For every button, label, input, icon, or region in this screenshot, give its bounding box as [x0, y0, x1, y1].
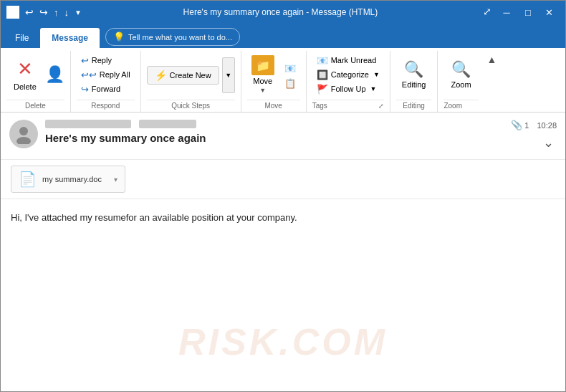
categorize-label: Categorize [331, 70, 369, 79]
categorize-dropdown[interactable]: ▼ [373, 71, 380, 78]
reply-all-label: Reply All [100, 70, 130, 79]
tab-file[interactable]: File [4, 28, 40, 48]
expand-icon[interactable]: ⤢ [479, 4, 495, 20]
window-title: Here's my summary once again - Message (… [183, 7, 378, 17]
quicksteps-content: ⚡ Create New ▼ [147, 51, 235, 100]
svg-point-0 [19, 127, 28, 135]
undo-btn[interactable]: ↩ [25, 6, 34, 18]
tags-group-label: Tags ⤢ [312, 100, 384, 112]
email-subject: Here's my summary once again [45, 132, 504, 144]
reply-all-button[interactable]: ↩↩ Reply All [77, 68, 135, 82]
reply-label: Reply [92, 56, 112, 64]
email-body-text: Hi, I've attached my resumefor an availa… [11, 211, 555, 225]
tab-message[interactable]: Message [40, 28, 100, 48]
tags-group-content: 📧 Mark Unread 🔲 Categorize ▼ 🚩 Follow Up… [312, 51, 384, 100]
tell-me-text: Tell me what you want to do... [128, 33, 232, 42]
email-area: Here's my summary once again 📎 1 10:28 ⌄… [1, 113, 565, 392]
ribbon-group-tags: 📧 Mark Unread 🔲 Categorize ▼ 🚩 Follow Up… [307, 51, 390, 112]
attachment-row: 📄 my summary.doc ▾ [1, 160, 565, 199]
editing-group-label: Editing [396, 100, 432, 112]
editing-group-content: 🔍 Editing [396, 51, 432, 100]
tags-expand-icon[interactable]: ⤢ [378, 102, 384, 110]
mark-unread-label: Mark Unread [331, 56, 377, 64]
mark-unread-button[interactable]: 📧 Mark Unread [312, 54, 384, 67]
attachment-filename: my summary.doc [42, 175, 108, 183]
forward-button[interactable]: ↪ Forward [77, 82, 135, 96]
zoom-button[interactable]: 🔍 Zoom [443, 55, 478, 95]
expand-email-btn[interactable]: ⌄ [540, 133, 557, 152]
redo-btn[interactable]: ↪ [39, 6, 48, 18]
ribbon: ✕ Delete 👤 Delete ↩ Reply ↩↩ Reply All [1, 48, 565, 113]
close-btn[interactable]: ✕ [539, 4, 560, 20]
forward-label: Forward [92, 85, 120, 93]
editing-label: Editing [402, 80, 426, 89]
paperclip-icon: 📎 [511, 120, 522, 130]
create-new-label: Create New [170, 71, 211, 80]
quicksteps-group-label: Quick Steps [147, 100, 235, 112]
respond-btns: ↩ Reply ↩↩ Reply All ↪ Forward [77, 54, 135, 96]
follow-up-label: Follow Up [331, 85, 366, 93]
create-new-button[interactable]: ⚡ Create New [147, 66, 219, 85]
minimize-btn[interactable]: ─ [497, 4, 517, 20]
follow-up-dropdown[interactable]: ▼ [370, 85, 377, 92]
ribbon-group-editing: 🔍 Editing Editing [390, 51, 438, 112]
sender-avatar [9, 120, 38, 148]
delete-button[interactable]: ✕ Delete [6, 55, 44, 94]
down-btn[interactable]: ↓ [64, 7, 69, 18]
up-btn[interactable]: ↑ [54, 7, 59, 18]
move-folder-icon: 📁 [251, 55, 274, 75]
create-new-icon: ⚡ [155, 70, 167, 81]
window-controls: ⤢ ─ □ ✕ [479, 4, 560, 20]
ribbon-group-zoom: 🔍 Zoom Zoom [438, 51, 484, 112]
email-header: Here's my summary once again 📎 1 10:28 ⌄ [1, 113, 565, 160]
move-button[interactable]: 📁 Move ▼ [247, 52, 279, 97]
move-more-btn1[interactable]: 📧 [280, 62, 300, 75]
attachment-badge: 📎 1 10:28 [511, 120, 557, 130]
reply-button[interactable]: ↩ Reply [77, 54, 135, 67]
respond-group-label: Respond [77, 100, 135, 112]
sender-email-blurred [139, 120, 196, 128]
tab-bar: File Message 💡 Tell me what you want to … [1, 24, 565, 48]
envelope-icon: 📧 [284, 63, 296, 74]
ribbon-group-delete: ✕ Delete 👤 Delete [1, 51, 71, 112]
editing-button[interactable]: 🔍 Editing [396, 55, 432, 95]
title-bar: ↩ ↪ ↑ ↓ ▼ Here's my summary once again -… [1, 1, 565, 24]
forward-icon: ↪ [81, 84, 89, 95]
ribbon-collapse-btn[interactable]: ▲ [484, 51, 500, 112]
move-group-content: 📁 Move ▼ 📧 📋 [247, 51, 300, 100]
move-more-btns: 📧 📋 [280, 59, 300, 90]
delete-group-label: Delete [6, 100, 64, 112]
zoom-group-label: Zoom [443, 100, 478, 112]
email-time: 10:28 [537, 121, 557, 130]
ribbon-group-quicksteps: ⚡ Create New ▼ Quick Steps [141, 51, 241, 112]
email-from [45, 120, 504, 130]
save-icon[interactable] [6, 6, 19, 19]
reply-icon: ↩ [81, 55, 89, 66]
maximize-btn[interactable]: □ [518, 4, 538, 20]
delete-label: Delete [14, 82, 37, 91]
attachment-dropdown-icon[interactable]: ▾ [114, 176, 117, 183]
file-doc-icon: 📄 [19, 171, 37, 188]
categorize-button[interactable]: 🔲 Categorize ▼ [312, 68, 384, 82]
note-icon: 📋 [284, 78, 296, 89]
svg-point-1 [16, 137, 31, 144]
follow-up-icon: 🚩 [317, 84, 328, 95]
chevron-down-icon: ▼ [225, 72, 231, 79]
ribbon-group-move: 📁 Move ▼ 📧 📋 Move [241, 51, 307, 112]
follow-up-button[interactable]: 🚩 Follow Up ▼ [312, 82, 384, 96]
tell-me-box[interactable]: 💡 Tell me what you want to do... [105, 28, 240, 46]
mark-unread-icon: 📧 [317, 55, 328, 66]
attachment-item[interactable]: 📄 my summary.doc ▾ [11, 166, 125, 193]
person-icon: 👤 [45, 67, 64, 82]
tags-btns: 📧 Mark Unread 🔲 Categorize ▼ 🚩 Follow Up… [312, 54, 384, 96]
ribbon-group-respond: ↩ Reply ↩↩ Reply All ↪ Forward Respond [71, 51, 141, 112]
quicksteps-more-btn[interactable]: ▼ [222, 57, 235, 93]
dropdown-btn[interactable]: ▼ [75, 9, 82, 16]
email-meta: Here's my summary once again [45, 120, 504, 144]
categorize-icon: 🔲 [317, 70, 328, 80]
main-content: Here's my summary once again 📎 1 10:28 ⌄… [1, 113, 565, 392]
move-label: Move [253, 77, 272, 85]
watermark: RISK.COM [178, 320, 388, 363]
delete-icon: ✕ [17, 58, 33, 80]
move-more-btn2[interactable]: 📋 [280, 77, 300, 90]
